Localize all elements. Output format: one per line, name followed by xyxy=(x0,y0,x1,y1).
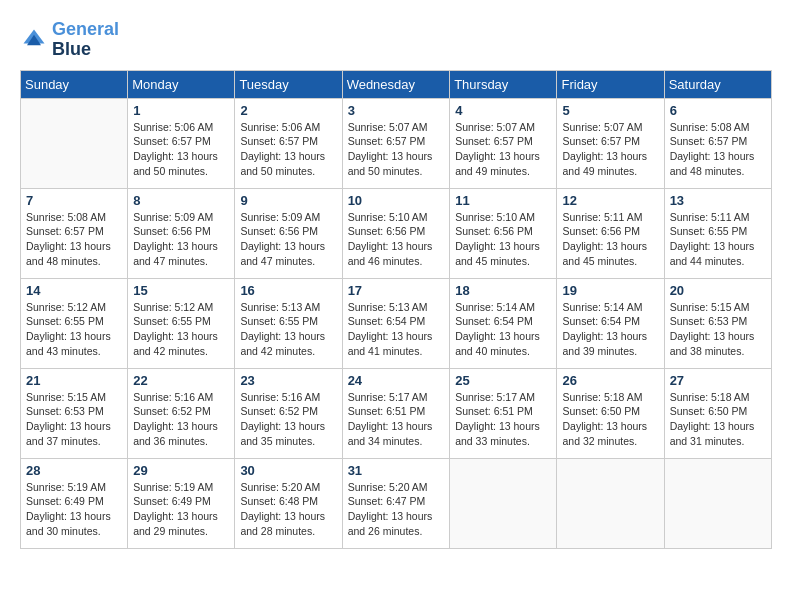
day-info: Sunrise: 5:17 AMSunset: 6:51 PMDaylight:… xyxy=(455,390,551,449)
day-number: 9 xyxy=(240,193,336,208)
day-number: 3 xyxy=(348,103,445,118)
day-cell: 4Sunrise: 5:07 AMSunset: 6:57 PMDaylight… xyxy=(450,98,557,188)
day-cell: 30Sunrise: 5:20 AMSunset: 6:48 PMDayligh… xyxy=(235,458,342,548)
day-cell: 10Sunrise: 5:10 AMSunset: 6:56 PMDayligh… xyxy=(342,188,450,278)
day-info: Sunrise: 5:15 AMSunset: 6:53 PMDaylight:… xyxy=(26,390,122,449)
weekday-header-tuesday: Tuesday xyxy=(235,70,342,98)
day-cell: 16Sunrise: 5:13 AMSunset: 6:55 PMDayligh… xyxy=(235,278,342,368)
day-cell xyxy=(450,458,557,548)
day-number: 20 xyxy=(670,283,766,298)
day-cell: 26Sunrise: 5:18 AMSunset: 6:50 PMDayligh… xyxy=(557,368,664,458)
day-info: Sunrise: 5:12 AMSunset: 6:55 PMDaylight:… xyxy=(26,300,122,359)
week-row-4: 21Sunrise: 5:15 AMSunset: 6:53 PMDayligh… xyxy=(21,368,772,458)
day-info: Sunrise: 5:13 AMSunset: 6:55 PMDaylight:… xyxy=(240,300,336,359)
day-info: Sunrise: 5:15 AMSunset: 6:53 PMDaylight:… xyxy=(670,300,766,359)
day-cell: 12Sunrise: 5:11 AMSunset: 6:56 PMDayligh… xyxy=(557,188,664,278)
day-info: Sunrise: 5:12 AMSunset: 6:55 PMDaylight:… xyxy=(133,300,229,359)
day-cell: 28Sunrise: 5:19 AMSunset: 6:49 PMDayligh… xyxy=(21,458,128,548)
day-number: 13 xyxy=(670,193,766,208)
day-cell xyxy=(21,98,128,188)
day-cell: 21Sunrise: 5:15 AMSunset: 6:53 PMDayligh… xyxy=(21,368,128,458)
day-cell: 7Sunrise: 5:08 AMSunset: 6:57 PMDaylight… xyxy=(21,188,128,278)
weekday-header-sunday: Sunday xyxy=(21,70,128,98)
week-row-2: 7Sunrise: 5:08 AMSunset: 6:57 PMDaylight… xyxy=(21,188,772,278)
calendar-table: SundayMondayTuesdayWednesdayThursdayFrid… xyxy=(20,70,772,549)
day-cell: 9Sunrise: 5:09 AMSunset: 6:56 PMDaylight… xyxy=(235,188,342,278)
day-info: Sunrise: 5:09 AMSunset: 6:56 PMDaylight:… xyxy=(240,210,336,269)
day-cell: 23Sunrise: 5:16 AMSunset: 6:52 PMDayligh… xyxy=(235,368,342,458)
day-cell: 15Sunrise: 5:12 AMSunset: 6:55 PMDayligh… xyxy=(128,278,235,368)
day-number: 26 xyxy=(562,373,658,388)
day-info: Sunrise: 5:16 AMSunset: 6:52 PMDaylight:… xyxy=(240,390,336,449)
day-info: Sunrise: 5:10 AMSunset: 6:56 PMDaylight:… xyxy=(348,210,445,269)
day-cell xyxy=(557,458,664,548)
day-number: 24 xyxy=(348,373,445,388)
day-number: 27 xyxy=(670,373,766,388)
day-cell: 24Sunrise: 5:17 AMSunset: 6:51 PMDayligh… xyxy=(342,368,450,458)
day-number: 30 xyxy=(240,463,336,478)
day-number: 12 xyxy=(562,193,658,208)
day-number: 22 xyxy=(133,373,229,388)
weekday-header-saturday: Saturday xyxy=(664,70,771,98)
day-cell: 25Sunrise: 5:17 AMSunset: 6:51 PMDayligh… xyxy=(450,368,557,458)
day-info: Sunrise: 5:16 AMSunset: 6:52 PMDaylight:… xyxy=(133,390,229,449)
day-cell: 8Sunrise: 5:09 AMSunset: 6:56 PMDaylight… xyxy=(128,188,235,278)
day-number: 29 xyxy=(133,463,229,478)
day-number: 7 xyxy=(26,193,122,208)
day-cell: 29Sunrise: 5:19 AMSunset: 6:49 PMDayligh… xyxy=(128,458,235,548)
day-info: Sunrise: 5:06 AMSunset: 6:57 PMDaylight:… xyxy=(133,120,229,179)
day-number: 11 xyxy=(455,193,551,208)
day-cell: 22Sunrise: 5:16 AMSunset: 6:52 PMDayligh… xyxy=(128,368,235,458)
day-info: Sunrise: 5:19 AMSunset: 6:49 PMDaylight:… xyxy=(26,480,122,539)
day-number: 17 xyxy=(348,283,445,298)
day-number: 5 xyxy=(562,103,658,118)
day-info: Sunrise: 5:07 AMSunset: 6:57 PMDaylight:… xyxy=(455,120,551,179)
day-number: 16 xyxy=(240,283,336,298)
logo: General Blue xyxy=(20,20,119,60)
day-cell: 1Sunrise: 5:06 AMSunset: 6:57 PMDaylight… xyxy=(128,98,235,188)
day-info: Sunrise: 5:07 AMSunset: 6:57 PMDaylight:… xyxy=(562,120,658,179)
day-info: Sunrise: 5:14 AMSunset: 6:54 PMDaylight:… xyxy=(455,300,551,359)
day-number: 28 xyxy=(26,463,122,478)
day-info: Sunrise: 5:10 AMSunset: 6:56 PMDaylight:… xyxy=(455,210,551,269)
day-number: 25 xyxy=(455,373,551,388)
day-number: 10 xyxy=(348,193,445,208)
day-number: 15 xyxy=(133,283,229,298)
day-info: Sunrise: 5:20 AMSunset: 6:48 PMDaylight:… xyxy=(240,480,336,539)
day-number: 23 xyxy=(240,373,336,388)
day-cell: 13Sunrise: 5:11 AMSunset: 6:55 PMDayligh… xyxy=(664,188,771,278)
weekday-header-monday: Monday xyxy=(128,70,235,98)
day-info: Sunrise: 5:20 AMSunset: 6:47 PMDaylight:… xyxy=(348,480,445,539)
day-info: Sunrise: 5:08 AMSunset: 6:57 PMDaylight:… xyxy=(670,120,766,179)
day-info: Sunrise: 5:19 AMSunset: 6:49 PMDaylight:… xyxy=(133,480,229,539)
day-number: 31 xyxy=(348,463,445,478)
day-number: 18 xyxy=(455,283,551,298)
weekday-header-wednesday: Wednesday xyxy=(342,70,450,98)
day-info: Sunrise: 5:06 AMSunset: 6:57 PMDaylight:… xyxy=(240,120,336,179)
day-cell: 5Sunrise: 5:07 AMSunset: 6:57 PMDaylight… xyxy=(557,98,664,188)
day-cell: 27Sunrise: 5:18 AMSunset: 6:50 PMDayligh… xyxy=(664,368,771,458)
day-number: 4 xyxy=(455,103,551,118)
week-row-5: 28Sunrise: 5:19 AMSunset: 6:49 PMDayligh… xyxy=(21,458,772,548)
day-info: Sunrise: 5:07 AMSunset: 6:57 PMDaylight:… xyxy=(348,120,445,179)
day-number: 14 xyxy=(26,283,122,298)
day-number: 6 xyxy=(670,103,766,118)
day-cell: 2Sunrise: 5:06 AMSunset: 6:57 PMDaylight… xyxy=(235,98,342,188)
day-cell: 6Sunrise: 5:08 AMSunset: 6:57 PMDaylight… xyxy=(664,98,771,188)
day-info: Sunrise: 5:18 AMSunset: 6:50 PMDaylight:… xyxy=(562,390,658,449)
day-info: Sunrise: 5:11 AMSunset: 6:56 PMDaylight:… xyxy=(562,210,658,269)
day-cell: 11Sunrise: 5:10 AMSunset: 6:56 PMDayligh… xyxy=(450,188,557,278)
day-info: Sunrise: 5:18 AMSunset: 6:50 PMDaylight:… xyxy=(670,390,766,449)
day-number: 2 xyxy=(240,103,336,118)
day-cell: 18Sunrise: 5:14 AMSunset: 6:54 PMDayligh… xyxy=(450,278,557,368)
day-info: Sunrise: 5:13 AMSunset: 6:54 PMDaylight:… xyxy=(348,300,445,359)
day-cell: 14Sunrise: 5:12 AMSunset: 6:55 PMDayligh… xyxy=(21,278,128,368)
header: General Blue xyxy=(20,20,772,60)
day-info: Sunrise: 5:11 AMSunset: 6:55 PMDaylight:… xyxy=(670,210,766,269)
day-number: 19 xyxy=(562,283,658,298)
logo-text: General Blue xyxy=(52,20,119,60)
logo-icon xyxy=(20,26,48,54)
day-number: 8 xyxy=(133,193,229,208)
day-number: 21 xyxy=(26,373,122,388)
weekday-header-row: SundayMondayTuesdayWednesdayThursdayFrid… xyxy=(21,70,772,98)
